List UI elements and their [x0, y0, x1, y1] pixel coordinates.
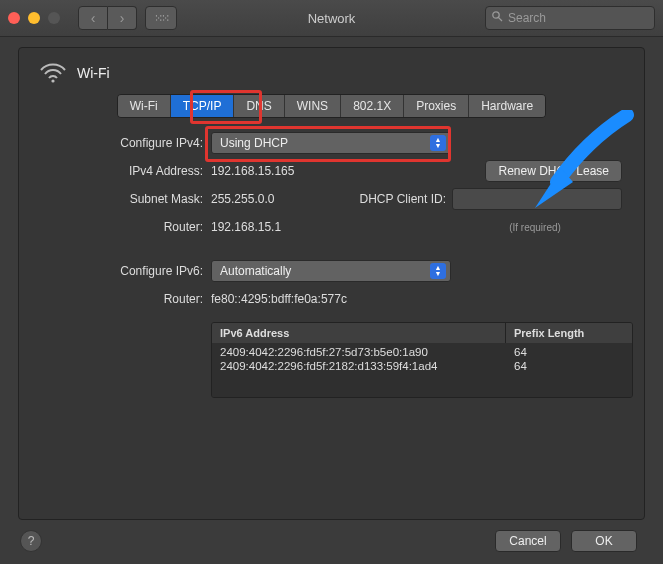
updown-arrows-icon: ▲▼: [430, 263, 446, 279]
search-icon: [491, 10, 503, 25]
search-input[interactable]: [485, 6, 655, 30]
value-ipv4-router: 192.168.15.1: [211, 220, 281, 234]
cell-ipv6-address: 2409:4042:2296:fd5f:2182:d133:59f4:1ad4: [212, 359, 506, 373]
tab-proxies[interactable]: Proxies: [404, 95, 469, 117]
help-button[interactable]: ?: [20, 530, 42, 552]
row-ipv4-address: IPv4 Address: 192.168.15.165 Renew DHCP …: [35, 160, 628, 182]
svg-point-0: [493, 12, 499, 18]
note-if-required: (If required): [448, 222, 622, 233]
wifi-icon: [39, 62, 67, 84]
content-area: Wi-Fi Wi-Fi TCP/IP DNS WINS 802.1X Proxi…: [0, 37, 663, 564]
tab-dns[interactable]: DNS: [234, 95, 284, 117]
value-subnet-mask: 255.255.0.0: [211, 192, 274, 206]
grid-icon: ⁙⁙: [154, 12, 168, 25]
tab-wins[interactable]: WINS: [285, 95, 341, 117]
form-body: Configure IPv4: Using DHCP ▲▼ IPv4 Addre…: [35, 132, 628, 398]
svg-line-1: [499, 18, 502, 21]
minimize-window-icon[interactable]: [28, 12, 40, 24]
chevron-left-icon: ‹: [91, 10, 96, 26]
panel-header: Wi-Fi: [39, 62, 628, 84]
tab-row: Wi-Fi TCP/IP DNS WINS 802.1X Proxies Har…: [117, 94, 546, 118]
window-title: Network: [308, 11, 356, 26]
zoom-window-icon: [48, 12, 60, 24]
nav-back-forward: ‹ ›: [78, 6, 137, 30]
row-subnet-client: Subnet Mask: 255.255.0.0 DHCP Client ID:: [35, 188, 628, 210]
label-configure-ipv4: Configure IPv4:: [35, 136, 211, 150]
tab-wifi[interactable]: Wi-Fi: [118, 95, 171, 117]
select-configure-ipv4[interactable]: Using DHCP ▲▼: [211, 132, 451, 154]
cell-ipv6-address: 2409:4042:2296:fd5f:27:5d73:b5e0:1a90: [212, 345, 506, 359]
button-bar: ? Cancel OK: [18, 520, 645, 552]
tab-8021x[interactable]: 802.1X: [341, 95, 404, 117]
cell-prefix: 64: [506, 345, 632, 359]
row-configure-ipv6: Configure IPv6: Automatically ▲▼: [35, 260, 628, 282]
label-ipv6-router: Router:: [35, 292, 211, 306]
select-configure-ipv4-value: Using DHCP: [220, 136, 288, 150]
th-ipv6-address[interactable]: IPv6 Address: [212, 323, 506, 343]
wifi-panel: Wi-Fi Wi-Fi TCP/IP DNS WINS 802.1X Proxi…: [18, 47, 645, 520]
close-window-icon[interactable]: [8, 12, 20, 24]
dhcp-client-id-input[interactable]: [452, 188, 622, 210]
panel-title: Wi-Fi: [77, 65, 110, 81]
tab-hardware[interactable]: Hardware: [469, 95, 545, 117]
network-preferences-window: ‹ › ⁙⁙ Network Wi-Fi Wi-Fi TCP: [0, 0, 663, 564]
svg-point-2: [51, 79, 54, 82]
row-ipv6-router: Router: fe80::4295:bdff:fe0a:577c: [35, 288, 628, 310]
forward-button[interactable]: ›: [108, 6, 137, 30]
cell-prefix: 64: [506, 359, 632, 373]
table-row[interactable]: 2409:4042:2296:fd5f:27:5d73:b5e0:1a90 64: [212, 345, 632, 359]
chevron-right-icon: ›: [120, 10, 125, 26]
ipv6-address-table: IPv6 Address Prefix Length 2409:4042:229…: [211, 322, 633, 398]
value-ipv4-address: 192.168.15.165: [211, 164, 294, 178]
tab-tcpip[interactable]: TCP/IP: [171, 95, 235, 117]
th-prefix-length[interactable]: Prefix Length: [506, 323, 632, 343]
ok-button[interactable]: OK: [571, 530, 637, 552]
select-configure-ipv6-value: Automatically: [220, 264, 291, 278]
label-ipv4-address: IPv4 Address:: [35, 164, 211, 178]
tabs-container: Wi-Fi TCP/IP DNS WINS 802.1X Proxies Har…: [35, 94, 628, 118]
show-all-button[interactable]: ⁙⁙: [145, 6, 177, 30]
titlebar: ‹ › ⁙⁙ Network: [0, 0, 663, 37]
value-ipv6-router: fe80::4295:bdff:fe0a:577c: [211, 292, 347, 306]
back-button[interactable]: ‹: [78, 6, 108, 30]
label-ipv4-router: Router:: [35, 220, 211, 234]
table-row[interactable]: 2409:4042:2296:fd5f:2182:d133:59f4:1ad4 …: [212, 359, 632, 373]
search-wrap: [485, 6, 655, 30]
label-subnet-mask: Subnet Mask:: [35, 192, 211, 206]
cancel-button[interactable]: Cancel: [495, 530, 561, 552]
traffic-lights: [8, 12, 60, 24]
table-body: 2409:4042:2296:fd5f:27:5d73:b5e0:1a90 64…: [212, 343, 632, 397]
label-dhcp-client-id: DHCP Client ID:: [360, 192, 446, 206]
updown-arrows-icon: ▲▼: [430, 135, 446, 151]
row-configure-ipv4: Configure IPv4: Using DHCP ▲▼: [35, 132, 628, 154]
row-ipv4-router: Router: 192.168.15.1 (If required): [35, 216, 628, 238]
renew-dhcp-lease-button[interactable]: Renew DHCP Lease: [485, 160, 622, 182]
table-header: IPv6 Address Prefix Length: [212, 323, 632, 343]
label-configure-ipv6: Configure IPv6:: [35, 264, 211, 278]
select-configure-ipv6[interactable]: Automatically ▲▼: [211, 260, 451, 282]
